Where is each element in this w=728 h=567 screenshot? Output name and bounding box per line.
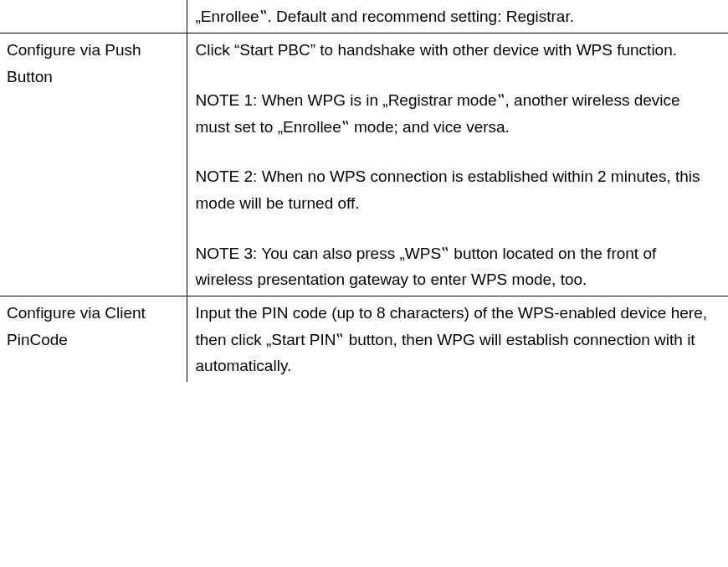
setting-desc-cell: Input the PIN code (up to 8 characters) … [187,296,728,383]
table-row: Configure via Client PinCode Input the P… [0,296,728,383]
setting-desc-cell: „Enrollee‟. Default and recommend settin… [187,0,728,34]
setting-desc-text: Input the PIN code (up to 8 characters) … [196,300,715,379]
setting-note: NOTE 2: When no WPS connection is establ… [196,163,715,216]
setting-name: Configure via Client PinCode [7,304,146,348]
setting-name-cell: Configure via Client PinCode [0,296,187,383]
setting-name: Configure via Push Button [7,41,141,85]
table-row: „Enrollee‟. Default and recommend settin… [0,0,728,34]
setting-desc-intro: Click “Start PBC” to handshake with othe… [196,37,715,63]
setting-desc-cell: Click “Start PBC” to handshake with othe… [187,34,728,296]
setting-name-cell [0,0,187,34]
table-row: Configure via Push Button Click “Start P… [0,34,728,296]
settings-table: „Enrollee‟. Default and recommend settin… [0,0,728,382]
setting-name-cell: Configure via Push Button [0,34,187,296]
setting-note: NOTE 3: You can also press „WPS‟ button … [196,240,715,293]
setting-note: NOTE 1: When WPG is in „Registrar mode‟,… [196,87,715,140]
setting-desc-text: „Enrollee‟. Default and recommend settin… [196,3,715,29]
